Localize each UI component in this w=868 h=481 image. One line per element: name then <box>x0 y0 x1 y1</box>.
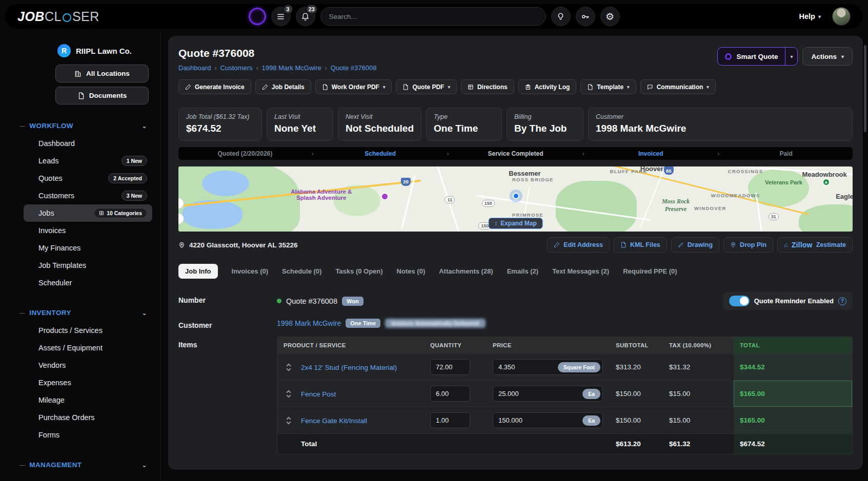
line-items-table: PRODUCT / SERVICE QUANTITY PRICE SUBTOTA… <box>277 337 853 454</box>
kml-files-button[interactable]: KML Files <box>614 237 667 253</box>
product-link[interactable]: 2x4 12' Stud (Fencing Material) <box>301 364 397 371</box>
page-title: Quote #376008 <box>178 47 376 59</box>
product-link[interactable]: Fence Post <box>301 390 336 398</box>
all-locations-button[interactable]: All Locations <box>55 65 149 82</box>
button-label: KML Files <box>630 241 660 248</box>
documents-button[interactable]: Documents <box>55 87 149 104</box>
col-quantity: QUANTITY <box>424 337 487 353</box>
communication-button[interactable]: Communication ▾ <box>640 79 716 94</box>
sidebar-item-job-templates[interactable]: Job Templates <box>24 257 152 274</box>
breadcrumb-customers[interactable]: Customers <box>220 64 253 72</box>
ideas-button[interactable] <box>551 7 571 26</box>
sidebar-section-workflow[interactable]: –– WORKFLOW ⌄ <box>0 122 160 130</box>
notifications-button[interactable]: 23 <box>296 7 315 26</box>
drawing-button[interactable]: Drawing <box>671 237 719 253</box>
sidebar-item-mileage[interactable]: Mileage <box>24 391 152 409</box>
sidebar-item-customers[interactable]: Customers3 New <box>24 187 152 204</box>
sidebar-item-invoices[interactable]: Invoices <box>24 222 152 239</box>
total-row-label: Total <box>295 434 424 454</box>
tab-emails[interactable]: Emails (2) <box>507 267 538 275</box>
sidebar-item-jobs[interactable]: Jobs 10 Categories <box>24 204 152 222</box>
customer-link[interactable]: 1998 Mark McGwire <box>277 319 341 327</box>
work-order-pdf-button[interactable]: Work Order PDF ▾ <box>315 79 392 94</box>
sidebar-item-expenses[interactable]: Expenses <box>24 374 152 391</box>
location-pin-icon <box>178 241 185 249</box>
tab-attachments[interactable]: Attachments (28) <box>439 267 493 275</box>
tab-required-ppe[interactable]: Required PPE (0) <box>623 267 677 275</box>
expand-map-button[interactable]: ↕ Expand Map <box>488 218 543 229</box>
zillow-zestimate-button[interactable]: ⌂ Zillow Zestimate <box>777 237 853 253</box>
tab-invoices[interactable]: Invoices (0) <box>232 267 269 275</box>
sidebar-item-forms[interactable]: Forms <box>24 426 152 444</box>
template-button[interactable]: Template ▾ <box>580 79 636 94</box>
quote-number-value: Quote #376008 <box>286 297 337 305</box>
draw-icon <box>678 242 684 248</box>
price-input[interactable]: 25.000 Ea <box>493 386 603 402</box>
button-label: Drawing <box>688 241 713 248</box>
sidebar-section-inventory[interactable]: –– INVENTORY ⌄ <box>0 309 160 317</box>
directions-button[interactable]: Directions <box>461 79 514 94</box>
sidebar-section-management[interactable]: –– MANAGEMENT ⌄ <box>0 461 160 469</box>
tab-tasks[interactable]: Tasks (0 Open) <box>335 267 382 275</box>
stat-label: Next Visit <box>346 113 414 120</box>
chevron-down-icon: ⌄ <box>142 462 147 469</box>
sidebar-item-purchase-orders[interactable]: Purchase Orders <box>24 409 152 426</box>
tab-job-info[interactable]: Job Info <box>178 264 218 279</box>
quantity-input[interactable] <box>430 386 470 402</box>
sidebar-item-leads[interactable]: Leads1 New <box>24 152 152 170</box>
breadcrumb-customer[interactable]: 1998 Mark McGwire <box>261 64 321 72</box>
tasks-menu-button[interactable]: 3 <box>271 7 291 26</box>
sidebar-item-products-services[interactable]: Products / Services <box>24 322 152 339</box>
edit-address-button[interactable]: Edit Address <box>547 237 610 253</box>
page-scrollbar[interactable] <box>864 45 866 132</box>
map-label-ross-bridge: ROSS BRIDGE <box>512 177 554 182</box>
sidebar-item-vendors[interactable]: Vendors <box>24 357 152 374</box>
drop-pin-button[interactable]: Drop Pin <box>723 237 773 253</box>
activity-log-button[interactable]: Activity Log <box>518 79 577 94</box>
price-input[interactable]: 4.350 Square Foot <box>493 359 603 375</box>
sidebar-item-assets-equipment[interactable]: Assets / Equipment <box>24 339 152 357</box>
tab-text-messages[interactable]: Text Messages (2) <box>552 267 609 275</box>
row-reorder-handle[interactable] <box>277 385 295 403</box>
chevron-down-icon <box>286 368 291 371</box>
breadcrumb-dashboard[interactable]: Dashboard <box>178 64 211 72</box>
sidebar-item-dashboard[interactable]: Dashboard <box>24 135 152 152</box>
house-icon: ⌂ <box>784 241 788 248</box>
quote-pdf-button[interactable]: Quote PDF ▾ <box>396 79 457 94</box>
smart-quote-button[interactable]: Smart Quote <box>718 48 785 65</box>
expand-icon: ↕ <box>494 220 497 227</box>
breadcrumb-quote[interactable]: Quote #376008 <box>331 64 377 72</box>
help-circle-icon[interactable]: ? <box>838 297 846 305</box>
generate-invoice-button[interactable]: Generate Invoice <box>178 79 251 94</box>
stat-value: None Yet <box>274 123 326 134</box>
map-label-veterans-park: Veterans Park <box>765 179 802 185</box>
smart-quote-dropdown-toggle[interactable]: ▾ <box>785 48 797 65</box>
quantity-input[interactable] <box>430 412 470 428</box>
topbar: JOB CL SER 3 23 ⚙ Help ▾ <box>5 4 863 29</box>
status-orb-icon[interactable] <box>249 8 266 25</box>
quote-reminder-label: Quote Reminder Enabled <box>754 297 834 305</box>
api-keys-button[interactable] <box>576 7 595 26</box>
settings-button[interactable]: ⚙ <box>600 7 620 26</box>
quote-reminder-toggle[interactable] <box>729 296 750 306</box>
company-switcher[interactable]: R RIIPL Lawn Co. <box>0 44 160 57</box>
sidebar-item-quotes[interactable]: Quotes2 Accepted <box>24 170 152 187</box>
search-input[interactable] <box>329 13 537 20</box>
actions-button[interactable]: Actions ▾ <box>802 47 853 66</box>
product-link[interactable]: Fence Gate Kit/Install <box>301 417 367 425</box>
map-park-area <box>799 204 853 232</box>
tab-schedule[interactable]: Schedule (0) <box>282 267 321 275</box>
help-menu[interactable]: Help ▾ <box>799 12 821 20</box>
row-reorder-handle[interactable] <box>277 411 295 430</box>
job-details-button[interactable]: Job Details <box>255 79 311 94</box>
price-input[interactable]: 150.000 Ea <box>493 412 603 428</box>
subtotal-value: $150.00 <box>610 385 663 403</box>
map-view[interactable]: Bessemer Hoover BLUFF PARK CROSSINGS Mea… <box>178 166 853 232</box>
item-label: Job Templates <box>38 261 86 269</box>
sidebar-item-my-finances[interactable]: My Finances <box>24 239 152 257</box>
tab-notes[interactable]: Notes (0) <box>397 267 426 275</box>
user-avatar[interactable] <box>832 7 851 26</box>
sidebar-item-scheduler[interactable]: Scheduler <box>24 274 152 291</box>
row-reorder-handle[interactable] <box>277 358 295 377</box>
quantity-input[interactable] <box>430 359 470 375</box>
